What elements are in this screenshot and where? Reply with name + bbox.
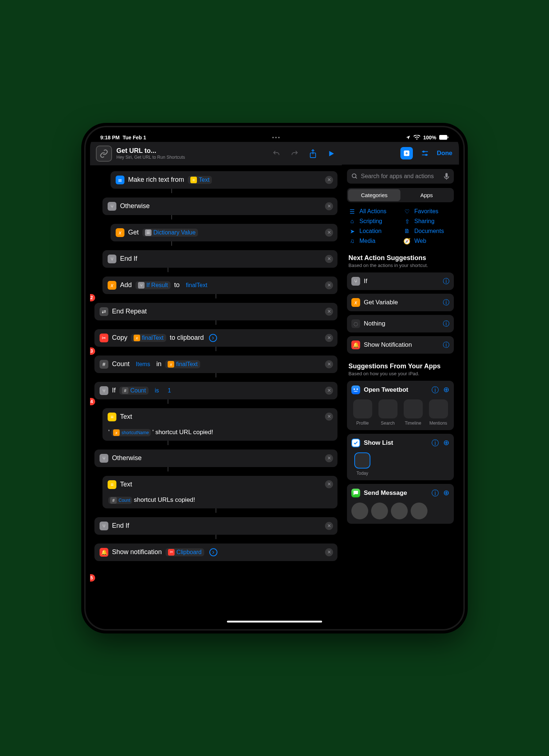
delete-action-button[interactable]: ✕ — [325, 387, 333, 395]
search-bar[interactable] — [347, 169, 454, 184]
info-icon[interactable]: ⓘ — [432, 385, 439, 395]
cat-media[interactable]: ♫Media — [348, 238, 397, 245]
cat-scripting[interactable]: ⌂Scripting — [348, 218, 397, 225]
count-icon: # — [122, 387, 128, 394]
delete-action-button[interactable]: ✕ — [325, 308, 333, 316]
delete-action-button[interactable]: ✕ — [325, 454, 333, 462]
info-icon[interactable]: ⓘ — [443, 277, 449, 286]
right-header: Done — [342, 142, 459, 165]
action-otherwise[interactable]: ⑂ Otherwise ✕ — [102, 198, 337, 215]
status-date: Tue Feb 1 — [123, 135, 146, 140]
nothing-icon: ◌ — [351, 319, 360, 328]
settings-tab[interactable] — [419, 147, 431, 159]
delete-action-button[interactable]: ✕ — [325, 229, 333, 237]
info-icon[interactable]: ⓘ — [443, 298, 449, 307]
cat-favorites[interactable]: ♡Favorites — [403, 208, 452, 215]
done-button[interactable]: Done — [437, 150, 453, 157]
delete-action-button[interactable]: ✕ — [325, 522, 333, 530]
cat-web[interactable]: 🧭Web — [403, 238, 452, 245]
status-bar: 9:18 PM Tue Feb 1 100% — [90, 132, 459, 142]
seg-apps[interactable]: Apps — [400, 189, 453, 201]
action-otherwise[interactable]: ⑂ Otherwise ✕ — [94, 450, 337, 467]
expand-button[interactable]: › — [209, 334, 217, 342]
sugg-get-variable[interactable]: xGet Variableⓘ — [347, 294, 454, 311]
location-icon — [406, 135, 411, 140]
count-icon: # — [110, 497, 117, 504]
segment-control[interactable]: Categories Apps — [347, 188, 454, 202]
dictation-icon[interactable] — [444, 173, 449, 180]
delete-action-button[interactable]: ✕ — [325, 548, 333, 556]
ipad-frame: 9:18 PM Tue Feb 1 100% Get URL to... Hey… — [84, 126, 465, 631]
sugg-show-notification[interactable]: 🔔Show Notificationⓘ — [347, 336, 454, 354]
action-if[interactable]: ⑂ If #Count is 1 ✕ — [94, 382, 337, 399]
avatar[interactable] — [351, 503, 368, 519]
cat-sharing[interactable]: ⇧Sharing — [403, 218, 452, 225]
action-make-rich-text[interactable]: ≣ Make rich text from ≡Text ✕ — [111, 171, 337, 189]
connector — [168, 441, 168, 445]
run-button[interactable] — [326, 149, 336, 158]
app-card-things: Show List ⓘ⊕ Today — [347, 434, 454, 480]
shortcut-title: Get URL to... — [116, 147, 168, 155]
text-content[interactable]: #Count shortcut URLs copied! — [108, 493, 332, 504]
text-content[interactable]: ' xshortcutName ' shortcut URL copied! — [108, 425, 332, 436]
action-text[interactable]: ≡ Text ✕ #Count shortcut URLs copied! — [102, 476, 337, 508]
action-end-if[interactable]: ⑂ End If ✕ — [94, 517, 337, 535]
action-copy-clipboard[interactable]: ✂ Copy xfinalText to clipboard › ✕ — [94, 329, 337, 347]
search-input[interactable] — [361, 173, 441, 180]
annotation-15: 15 — [90, 574, 95, 582]
avatar[interactable] — [371, 503, 388, 519]
action-end-repeat[interactable]: ⇄ End Repeat ✕ — [94, 303, 337, 320]
info-icon[interactable]: ⓘ — [432, 488, 439, 498]
delete-action-button[interactable]: ✕ — [325, 413, 333, 421]
action-add-variable[interactable]: x Add ⑂If Result to finalText ✕ — [102, 277, 337, 294]
avatar[interactable] — [391, 503, 408, 519]
delete-action-button[interactable]: ✕ — [325, 480, 333, 488]
delete-action-button[interactable]: ✕ — [325, 176, 333, 184]
tweetbot-profile[interactable]: Profile — [351, 399, 374, 426]
add-icon[interactable]: ⊕ — [443, 385, 449, 395]
branch-icon: ⑂ — [138, 282, 145, 289]
clipboard-icon: ✂ — [100, 334, 108, 342]
undo-button[interactable] — [272, 149, 281, 158]
delete-action-button[interactable]: ✕ — [325, 255, 333, 263]
things-today[interactable]: Today — [351, 452, 373, 476]
connector — [216, 347, 216, 351]
home-indicator[interactable] — [227, 621, 322, 623]
delete-action-button[interactable]: ✕ — [325, 334, 333, 342]
sugg-nothing[interactable]: ◌Nothingⓘ — [347, 315, 454, 332]
connector — [171, 241, 172, 246]
sugg-if[interactable]: ⑂Ifⓘ — [347, 272, 454, 290]
seg-categories[interactable]: Categories — [348, 189, 400, 201]
repeat-icon: ⇄ — [100, 307, 108, 316]
cat-all-actions[interactable]: ☰All Actions — [348, 208, 397, 215]
delete-action-button[interactable]: ✕ — [325, 202, 333, 210]
action-end-if[interactable]: ⑂ End If ✕ — [102, 250, 337, 268]
cat-documents[interactable]: 🗎Documents — [403, 228, 452, 235]
add-icon[interactable]: ⊕ — [443, 438, 449, 448]
tweetbot-mentions[interactable]: Mentions — [427, 399, 449, 426]
info-icon[interactable]: ⓘ — [432, 438, 439, 448]
action-text[interactable]: ≡ Text ✕ ' xshortcutName ' shortcut URL … — [102, 408, 337, 441]
tweetbot-timeline[interactable]: Timeline — [402, 399, 424, 426]
library-tab[interactable] — [400, 147, 413, 159]
tweetbot-search[interactable]: Search — [377, 399, 399, 426]
avatar[interactable] — [411, 503, 427, 519]
actions-list[interactable]: 12 13 14 15 ≣ Make rich text from ≡Text … — [90, 165, 342, 625]
cat-location[interactable]: ➤Location — [348, 228, 397, 235]
action-count[interactable]: # Count Items in xfinalText ✕ — [94, 356, 337, 373]
expand-button[interactable]: › — [209, 548, 217, 556]
delete-action-button[interactable]: ✕ — [325, 281, 333, 289]
share-button[interactable] — [308, 149, 318, 158]
delete-action-button[interactable]: ✕ — [325, 360, 333, 368]
action-show-notification[interactable]: 🔔 Show notification ✂Clipboard › ✕ — [94, 544, 337, 561]
action-get-dictionary[interactable]: x Get ☰Dictionary Value ✕ — [111, 224, 337, 241]
multitask-dots-icon[interactable] — [272, 137, 280, 138]
add-icon[interactable]: ⊕ — [443, 488, 449, 498]
redo-button[interactable] — [290, 149, 299, 158]
connector — [216, 294, 216, 298]
info-icon[interactable]: ⓘ — [443, 319, 449, 328]
connector — [168, 467, 168, 471]
shortcut-icon[interactable] — [96, 146, 112, 162]
info-icon[interactable]: ⓘ — [443, 341, 449, 349]
svg-line-9 — [355, 177, 357, 178]
